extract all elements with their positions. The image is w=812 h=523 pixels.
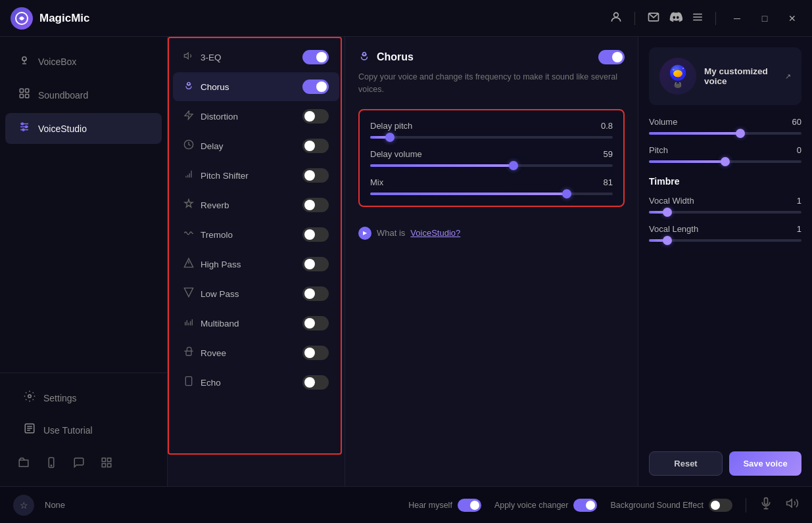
- save-voice-button[interactable]: Save voice: [729, 451, 801, 476]
- vocal-length-thumb[interactable]: [663, 236, 672, 245]
- svg-point-51: [682, 68, 684, 69]
- external-link-icon[interactable]: ↗: [785, 72, 791, 81]
- pitch-label-row: Pitch 0: [649, 145, 801, 155]
- effect-item-highpass[interactable]: High Pass: [173, 250, 339, 279]
- reset-button[interactable]: Reset: [649, 451, 723, 476]
- app-title: MagicMic: [39, 12, 90, 25]
- multiband-toggle[interactable]: [302, 316, 329, 330]
- svg-rect-10: [26, 95, 29, 98]
- delay-label: Delay: [201, 141, 224, 151]
- bg-sound-toggle[interactable]: [709, 499, 732, 512]
- mix-label-row: Mix 81: [370, 177, 613, 187]
- mix-thumb[interactable]: [562, 189, 571, 198]
- effect-item-reverb[interactable]: Reverb: [173, 191, 339, 219]
- effect-item-distortion[interactable]: Distortion: [173, 102, 339, 131]
- mobile-icon[interactable]: [41, 452, 62, 473]
- sidebar-item-soundboard[interactable]: Soundboard: [5, 80, 162, 110]
- mix-fill: [370, 193, 567, 195]
- pitch-row: Pitch 0: [649, 145, 801, 163]
- pitch-shifter-label: Pitch Shifter: [201, 171, 249, 181]
- effect-item-rovee[interactable]: Rovee: [173, 338, 339, 367]
- effect-item-tremolo[interactable]: Tremolo: [173, 220, 339, 249]
- delay-toggle[interactable]: [302, 139, 329, 153]
- svg-point-49: [673, 70, 682, 78]
- voicestudio-icon: [18, 121, 30, 136]
- apply-voice-toggle[interactable]: [573, 499, 597, 512]
- rovee-toggle[interactable]: [302, 346, 329, 360]
- volume-thumb[interactable]: [736, 129, 745, 138]
- mix-track[interactable]: [370, 193, 613, 195]
- sidebar-item-voicebox[interactable]: VoiceBox: [5, 46, 162, 77]
- effect-tremolo-left: Tremolo: [183, 228, 233, 241]
- pitch-shifter-toggle[interactable]: [302, 168, 329, 183]
- minimize-button[interactable]: ─: [728, 9, 746, 28]
- delay-volume-value: 59: [604, 149, 613, 159]
- svg-point-16: [22, 129, 24, 131]
- volume-fill: [649, 132, 740, 135]
- tutorial-icon: [24, 422, 36, 438]
- volume-track[interactable]: [649, 132, 801, 135]
- favorites-icon[interactable]: ☆: [13, 495, 34, 516]
- right-panel: My customized voice ↗ Volume 60 Pitch 0: [638, 37, 812, 486]
- effect-distortion-left: Distortion: [183, 110, 238, 123]
- settings-icon: [24, 390, 36, 405]
- volume-icon[interactable]: [786, 497, 799, 513]
- lowpass-toggle[interactable]: [302, 286, 329, 301]
- delay-volume-thumb[interactable]: [509, 161, 518, 170]
- chat-icon[interactable]: [68, 452, 89, 473]
- distortion-toggle[interactable]: [302, 109, 329, 124]
- apply-voice-label: Apply voice changer: [494, 501, 569, 510]
- microphone-icon[interactable]: [759, 497, 773, 513]
- soundboard-icon: [18, 87, 30, 102]
- effect-item-delay[interactable]: Delay: [173, 131, 339, 160]
- echo-toggle[interactable]: [302, 375, 329, 390]
- effect-item-3eq[interactable]: 3-EQ: [173, 43, 339, 72]
- close-button[interactable]: ✕: [783, 9, 801, 28]
- effect-item-lowpass[interactable]: Low Pass: [173, 279, 339, 308]
- vocal-length-track[interactable]: [649, 239, 801, 242]
- svg-marker-37: [184, 288, 193, 296]
- rovee-icon: [183, 346, 194, 359]
- pitch-thumb[interactable]: [721, 157, 730, 166]
- reverb-toggle[interactable]: [302, 198, 329, 212]
- grid-icon[interactable]: [96, 452, 117, 473]
- bottom-divider: [746, 498, 746, 512]
- delay-pitch-track[interactable]: [370, 136, 613, 139]
- effect-item-echo[interactable]: Echo: [173, 368, 339, 397]
- sidebar: VoiceBox Soundboard VoiceStudio: [0, 37, 168, 486]
- sidebar-item-settings[interactable]: Settings: [11, 382, 156, 413]
- title-icons: ─ □ ✕: [609, 9, 801, 28]
- menu-icon[interactable]: [692, 11, 704, 26]
- vocal-width-track[interactable]: [649, 211, 801, 214]
- delay-volume-track[interactable]: [370, 164, 613, 167]
- delay-pitch-thumb[interactable]: [385, 133, 394, 142]
- what-is-voicestudio[interactable]: ▶ What is VoiceStudio?: [358, 227, 625, 240]
- voicestudio-link[interactable]: VoiceStudio?: [410, 228, 460, 238]
- effect-item-pitch-shifter[interactable]: Pitch Shifter: [173, 161, 339, 190]
- mix-label: Mix: [370, 177, 383, 187]
- chorus-label: Chorus: [201, 82, 229, 92]
- tremolo-toggle[interactable]: [302, 227, 329, 242]
- volume-value: 60: [792, 117, 801, 127]
- discord-icon[interactable]: [669, 11, 682, 26]
- sidebar-item-tutorial[interactable]: Use Tutorial: [11, 415, 156, 445]
- effect-item-chorus[interactable]: Chorus: [173, 72, 339, 101]
- hear-myself-toggle[interactable]: [458, 499, 481, 512]
- pitch-track[interactable]: [649, 160, 801, 163]
- mail-icon[interactable]: [647, 11, 660, 26]
- highpass-toggle[interactable]: [302, 257, 329, 271]
- svg-rect-26: [102, 464, 105, 467]
- folder-icon[interactable]: [13, 452, 34, 473]
- user-icon[interactable]: [609, 11, 623, 26]
- delay-volume-fill: [370, 164, 513, 167]
- chorus-toggle[interactable]: [302, 80, 329, 94]
- sidebar-item-voicestudio[interactable]: VoiceStudio: [5, 113, 162, 144]
- maximize-button[interactable]: □: [755, 9, 774, 28]
- effect-item-multiband[interactable]: Multiband: [173, 309, 339, 338]
- delay-pitch-row: Delay pitch 0.8: [370, 121, 613, 139]
- 3eq-toggle[interactable]: [302, 50, 329, 64]
- chorus-description: Copy your voice and change its frequency…: [358, 71, 625, 96]
- chorus-main-toggle[interactable]: [598, 50, 625, 64]
- volume-label: Volume: [649, 117, 677, 127]
- vocal-width-thumb[interactable]: [663, 208, 672, 217]
